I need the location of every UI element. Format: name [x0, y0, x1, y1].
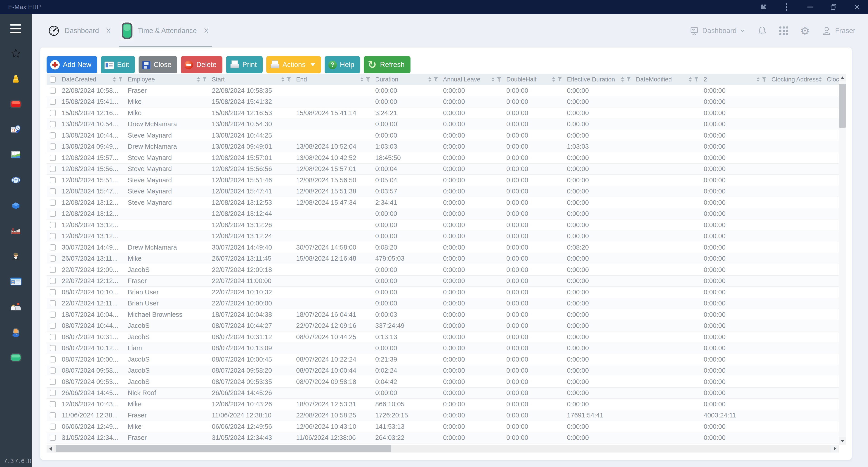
filter-funnel-icon[interactable]	[202, 77, 207, 82]
sort-icon[interactable]	[689, 77, 692, 82]
table-row[interactable]: 13/08/2024 10:44...Steve Maynard13/08/20…	[46, 130, 846, 141]
table-row[interactable]: 31/05/2024 12:34...Fraser31/05/2024 12:3…	[46, 432, 846, 444]
row-checkbox[interactable]	[50, 323, 56, 329]
horizontal-scrollbar[interactable]	[46, 445, 839, 453]
user-menu[interactable]: Fraser	[822, 26, 855, 36]
sort-icon[interactable]	[491, 77, 495, 82]
table-row[interactable]: 22/08/2024 10:58...Fraser22/08/2024 10:5…	[46, 85, 846, 96]
table-row[interactable]: 08/07/2024 10:44...JacobS08/07/2024 10:4…	[46, 320, 846, 332]
restore-icon[interactable]	[829, 2, 838, 11]
sort-icon[interactable]	[197, 77, 200, 82]
row-checkbox[interactable]	[50, 278, 56, 284]
table-row[interactable]: 26/06/2024 14:45...Nick Roof26/06/2024 1…	[46, 387, 846, 399]
sort-icon[interactable]	[428, 77, 431, 82]
table-row[interactable]: 12/08/2024 13:12...12/08/2024 13:12:240:…	[46, 231, 846, 242]
row-checkbox[interactable]	[50, 166, 56, 172]
vertical-scroll-thumb[interactable]	[839, 84, 846, 128]
filter-funnel-icon[interactable]	[287, 77, 291, 82]
row-checkbox[interactable]	[50, 345, 56, 351]
row-checkbox[interactable]	[50, 99, 56, 105]
apps-grid-button[interactable]	[779, 27, 788, 35]
row-checkbox[interactable]	[50, 256, 56, 262]
row-checkbox[interactable]	[50, 88, 56, 94]
table-row[interactable]: 12/08/2024 15:57...Steve Maynard12/08/20…	[46, 152, 846, 164]
delete-button[interactable]: Delete	[181, 56, 222, 73]
filter-funnel-icon[interactable]	[366, 77, 370, 82]
actions-button[interactable]: Actions	[266, 56, 321, 73]
notifications-button[interactable]	[757, 25, 768, 36]
row-checkbox[interactable]	[50, 424, 56, 430]
dashboard-select[interactable]: Dashboard	[689, 26, 745, 36]
row-checkbox[interactable]	[50, 435, 56, 441]
column-header-start[interactable]: Start	[209, 74, 293, 85]
sort-icon[interactable]	[621, 77, 624, 82]
column-header-duration[interactable]: Duration	[373, 74, 440, 85]
column-header-date-created[interactable]: DateCreated	[59, 74, 125, 85]
column-header-end[interactable]: End	[293, 74, 373, 85]
help-button[interactable]: Help	[324, 56, 360, 73]
table-row[interactable]: 13/08/2024 09:49...Drew McNamara13/08/20…	[46, 141, 846, 152]
row-checkbox[interactable]	[50, 177, 56, 183]
scroll-down-icon[interactable]	[839, 437, 846, 445]
kebab-menu-icon[interactable]	[782, 2, 791, 11]
sort-icon[interactable]	[819, 77, 822, 82]
table-row[interactable]: 12/08/2024 15:47...Steve Maynard12/08/20…	[46, 186, 846, 197]
add-new-button[interactable]: Add New	[46, 56, 97, 73]
sort-icon[interactable]	[281, 77, 284, 82]
scroll-right-icon[interactable]	[831, 445, 839, 453]
sidebar-item-globe[interactable]	[8, 175, 23, 185]
scroll-up-icon[interactable]	[839, 74, 846, 82]
extension-icon[interactable]	[758, 2, 768, 11]
table-row[interactable]: 15/08/2024 12:16...Mike15/08/2024 12:16:…	[46, 108, 846, 119]
sort-icon[interactable]	[360, 77, 364, 82]
vertical-scrollbar[interactable]	[839, 74, 846, 445]
row-checkbox[interactable]	[50, 200, 56, 206]
table-row[interactable]: 22/07/2024 12:12...Fraser22/07/2024 11:0…	[46, 275, 846, 287]
sidebar-item-id-card[interactable]	[8, 276, 23, 287]
table-row[interactable]: 06/06/2024 12:49...Mike06/06/2024 12:49:…	[46, 421, 846, 432]
row-checkbox[interactable]	[50, 312, 56, 318]
table-row[interactable]: 18/07/2024 16:04...Michael Brownless18/0…	[46, 309, 846, 320]
filter-funnel-icon[interactable]	[118, 77, 123, 82]
column-header-double-half[interactable]: DoubleHalf	[504, 74, 564, 85]
row-checkbox[interactable]	[50, 334, 56, 340]
row-checkbox[interactable]	[50, 244, 56, 251]
select-all-checkbox[interactable]	[50, 77, 56, 83]
row-checkbox[interactable]	[50, 188, 56, 194]
table-row[interactable]: 15/08/2024 15:41...Mike15/08/2024 15:41:…	[46, 96, 846, 108]
sidebar-item-blue-cube[interactable]	[8, 200, 23, 211]
tab-close-icon[interactable]: X	[106, 27, 111, 35]
row-checkbox[interactable]	[50, 267, 56, 273]
filter-funnel-icon[interactable]	[434, 77, 438, 82]
row-checkbox[interactable]	[50, 143, 56, 150]
edit-button[interactable]: Edit	[101, 56, 135, 73]
tab-dashboard[interactable]: Dashboard X	[48, 21, 111, 40]
table-row[interactable]: 08/07/2024 09:58...JacobS08/07/2024 09:5…	[46, 365, 846, 377]
row-checkbox[interactable]	[50, 155, 56, 161]
sidebar-item-mailbox[interactable]	[8, 301, 23, 312]
hamburger-menu-icon[interactable]	[10, 24, 21, 33]
tab-close-icon[interactable]: X	[204, 27, 209, 35]
row-checkbox[interactable]	[50, 356, 56, 362]
row-checkbox[interactable]	[50, 390, 56, 396]
close-button[interactable]: Close	[138, 56, 177, 73]
table-row[interactable]: 13/08/2024 10:54...Drew McNamara13/08/20…	[46, 119, 846, 130]
table-row[interactable]: 11/06/2024 12:38...Fraser11/06/2024 12:3…	[46, 410, 846, 421]
row-checkbox[interactable]	[50, 222, 56, 228]
row-checkbox[interactable]	[50, 401, 56, 407]
sidebar-item-person-hat[interactable]	[8, 251, 23, 262]
print-button[interactable]: Print	[226, 56, 263, 73]
table-row[interactable]: 12/08/2024 15:56...Steve Maynard12/08/20…	[46, 164, 846, 175]
filter-funnel-icon[interactable]	[762, 77, 767, 82]
sidebar-item-time-attendance[interactable]: 12	[8, 124, 23, 135]
table-row[interactable]: 08/07/2024 10:10...Brian User22/07/2024 …	[46, 287, 846, 298]
sort-icon[interactable]	[552, 77, 555, 82]
row-checkbox[interactable]	[50, 233, 56, 239]
row-checkbox[interactable]	[50, 412, 56, 418]
table-row[interactable]: 12/06/2024 10:43...Mike12/06/2024 10:43:…	[46, 399, 846, 410]
sidebar-item-star[interactable]	[8, 48, 23, 59]
tab-time-attendance[interactable]: Time & Attendance X	[121, 21, 209, 40]
row-checkbox[interactable]	[50, 368, 56, 374]
row-checkbox[interactable]	[50, 121, 56, 127]
close-icon[interactable]	[852, 2, 862, 11]
